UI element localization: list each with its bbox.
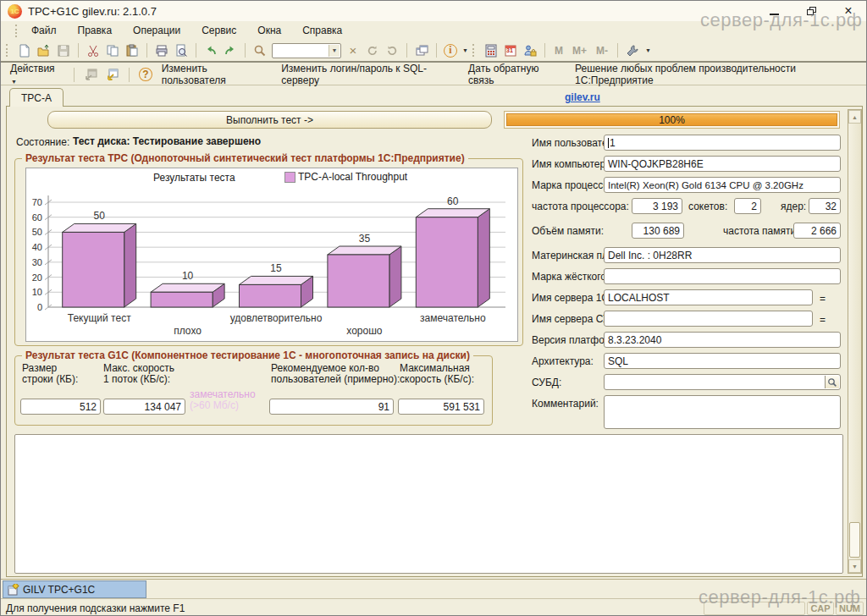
svg-text:0: 0 [37,302,42,312]
run-test-button[interactable]: Выполнить тест -> [47,111,492,129]
dbms-field[interactable] [604,374,841,390]
menu-windows[interactable]: Окна [256,24,283,37]
search-input[interactable]: ▼ [272,43,341,58]
import-table-icon[interactable] [105,67,119,82]
tpc-result-group: Результат теста TPC (Однопоточный синтет… [14,158,523,346]
svg-text:35: 35 [359,233,371,245]
window-tab-label: GILV TPC+G1C [23,584,95,596]
cpu-model-field[interactable]: Intel(R) Xeon(R) Gold 6134 CPU @ 3.20GHz [604,177,841,193]
save-icon[interactable] [56,43,71,58]
cut-icon[interactable] [86,43,101,58]
change-sql-login-button[interactable]: Изменить логин/пароль к SQL-серверу [279,61,459,88]
row-size-label: Размер строки (КБ): [22,363,78,385]
recommended-users-field[interactable]: 91 [269,399,394,415]
toolbar-grip[interactable] [6,44,9,57]
memory-freq-field[interactable]: 2 666 [793,223,841,239]
server-1c-field[interactable]: LOCALHOST [604,289,813,305]
find-prev-icon[interactable] [384,43,400,58]
motherboard-field[interactable]: Dell Inc. : 0H28RR [604,247,841,263]
menu-help[interactable]: Справка [301,24,344,37]
chart-legend: TPC-A-local Throughput [284,171,407,183]
scroll-up-button[interactable]: ▲ [848,110,861,124]
open-icon[interactable] [36,43,52,58]
memory-size-field[interactable]: 130 689 [632,223,684,239]
change-user-button[interactable]: Изменить пользователя [159,61,273,88]
memory-recall-button[interactable]: M [552,45,566,57]
scroll-down-button[interactable]: ▼ [848,559,861,573]
computer-name-field[interactable]: WIN-QOJKPB28H6E [604,156,841,172]
legend-label: TPC-A-local Throughput [298,171,407,183]
undo-icon[interactable] [203,43,218,58]
clear-search-icon[interactable]: × [345,43,361,58]
user-lock-icon[interactable] [522,43,538,58]
main-toolbar: ▼ × i ▼ 31 M M+ M- ▼ [1,40,866,63]
chart-title: Результаты теста [153,172,235,184]
print-icon[interactable] [154,43,169,58]
text-caret [608,138,609,148]
progress-bar: 100% [504,111,840,129]
server-dbms-field[interactable] [604,311,813,327]
max-speed-field[interactable]: 591 531 [398,399,484,415]
g1c-result-group: Результат теста G1C (Компонентное тестир… [14,355,493,426]
vertical-scrollbar[interactable]: ▲ ▼ [848,109,862,574]
row-size-field[interactable]: 512 [20,399,101,415]
hdd-model-field[interactable] [604,268,841,284]
print-preview-icon[interactable] [174,43,189,58]
legend-swatch [284,172,295,183]
svg-text:60: 60 [32,212,42,223]
watermark-bottom: сервер-для-1с.рф [699,586,860,608]
info-icon[interactable]: i [444,44,457,58]
calculator-icon[interactable] [483,43,499,58]
watermark-top: сервер-для-1с.рф [700,9,862,31]
memory-subtract-button[interactable]: M- [594,45,610,57]
actions-menu-button[interactable]: Действия ▼ [8,61,64,88]
architecture-field[interactable]: SQL [604,353,841,369]
redo-icon[interactable] [223,43,238,58]
results-log-panel[interactable] [14,434,843,574]
cpu-freq-label: частота процессора: [532,201,629,212]
new-icon[interactable] [17,43,32,58]
toolbar-grip[interactable] [472,44,476,57]
copy-window-icon[interactable] [414,43,429,58]
tab-tpc-a[interactable]: TPC-A [9,88,64,107]
copy-icon[interactable] [105,43,120,58]
max-speed-1thread-field[interactable]: 134 047 [103,399,185,415]
user-name-field[interactable]: 1 [604,135,841,151]
settings-dropdown-icon[interactable]: ▼ [645,47,651,53]
server-1c-label: Имя сервера 1С: [532,293,611,304]
search-icon[interactable] [252,43,268,58]
settings-wrench-icon[interactable] [625,43,640,58]
svg-text:40: 40 [32,242,42,252]
menu-operations[interactable]: Операции [131,24,182,37]
menu-service[interactable]: Сервис [200,24,238,37]
scroll-thumb[interactable] [849,522,860,558]
paste-icon[interactable] [124,43,140,58]
dbms-lookup-button[interactable] [825,376,839,388]
server-1c-equals: = [820,293,826,305]
cpu-freq-field[interactable]: 3 193 [632,198,682,214]
solutions-button[interactable]: Решение любых проблем производительности… [572,61,866,88]
sockets-field[interactable]: 2 [734,198,761,214]
gilev-link[interactable]: gilev.ru [565,91,600,103]
export-table-icon[interactable] [84,67,98,82]
max-speed-label: Максимальная скорость (КБ/с): [400,363,474,385]
help-icon[interactable]: ? [139,68,152,81]
feedback-button[interactable]: Дать обратную связь [466,61,566,88]
chevron-down-icon[interactable]: ▼ [329,45,340,57]
svg-text:20: 20 [32,272,42,283]
form-window-icon [8,584,19,596]
platform-version-field[interactable]: 8.3.23.2040 [604,332,841,348]
toolbar-grip[interactable] [15,25,19,37]
memory-add-button[interactable]: M+ [570,45,589,57]
comment-field[interactable] [604,395,841,429]
calendar-icon[interactable]: 31 [503,43,518,58]
menu-edit[interactable]: Правка [76,24,114,37]
tpc-group-title: Результат теста TPC (Однопоточный синтет… [22,152,468,164]
window-tab-gilv[interactable]: GILV TPC+G1C [3,580,146,598]
find-next-icon[interactable] [365,43,380,58]
svg-text:30: 30 [32,257,42,267]
cores-field[interactable]: 32 [809,198,841,214]
menu-file[interactable]: Файл [30,24,58,37]
info-dropdown-icon[interactable]: ▼ [462,47,468,53]
dbms-label: СУБД: [532,377,561,388]
